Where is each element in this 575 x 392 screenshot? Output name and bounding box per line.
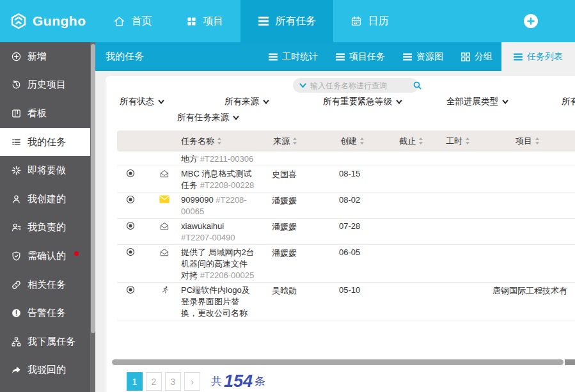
sidebar-item-upcoming[interactable]: 即将要做 <box>0 156 90 185</box>
sort-icon <box>418 137 423 145</box>
sort-icon <box>359 137 365 145</box>
source-cell: 潘媛媛 <box>272 221 297 233</box>
sidebar-item-history-projects[interactable]: 历史项目 <box>0 71 90 100</box>
column-header-hours[interactable]: 工时 <box>446 130 470 152</box>
sidebar-item-label: 告警任务 <box>28 307 66 319</box>
task-name-cell[interactable]: MBC 消息格式测试任务 #T2208-00228 <box>181 168 255 191</box>
table-header: 任务名称 来源 创建 截止 <box>117 130 575 152</box>
tab-task-list[interactable]: 任务列表 <box>501 42 575 71</box>
app-logo[interactable]: Gungho <box>0 0 92 42</box>
filter-label: 所有 <box>562 96 575 107</box>
filter-source[interactable]: 所有来源 <box>224 96 269 107</box>
task-name-cell[interactable]: PC端软件内logo及登录界面图片替换，更改公司名称 <box>181 285 255 319</box>
sort-icon <box>292 137 297 145</box>
source-cell: 潘媛媛 <box>272 195 297 207</box>
sidebar-item-new[interactable]: 新增 <box>0 42 90 71</box>
total-count: 共 154 条 <box>211 372 265 391</box>
task-id: #T2207-00490 <box>181 233 235 242</box>
radio-status-icon[interactable] <box>126 247 135 256</box>
sidebar-item-my-tasks[interactable]: 我的任务 <box>0 128 90 157</box>
sidebar-item-subordinate-tasks[interactable]: 我下属任务 <box>0 327 90 356</box>
sidebar-item-label: 新增 <box>28 51 47 63</box>
sidebar-item-created-by-me[interactable]: 我创建的 <box>0 185 90 214</box>
left-sidebar: 新增 历史项目 看板 <box>0 42 90 392</box>
task-name-cell[interactable]: 9099090 #T2208-00065 <box>181 194 255 217</box>
column-header-created[interactable]: 创建 <box>340 130 365 152</box>
runner-icon <box>161 285 169 295</box>
tab-grouping[interactable]: 分组 <box>452 42 501 71</box>
total-prefix: 共 <box>211 374 222 389</box>
table-row[interactable]: MBC 消息格式测试任务 #T2208-00228 史国喜 08-15 <box>117 166 575 192</box>
search-icon[interactable] <box>413 81 421 90</box>
column-header-due[interactable]: 截止 <box>399 130 423 152</box>
hamburger-icon <box>336 53 345 61</box>
table-row[interactable]: 提供了 局域网内2台机器间的高速文件对拷 #T2206-00025 潘媛媛 06… <box>117 245 575 283</box>
filter-label: 所有任务来源 <box>177 112 229 123</box>
table-row[interactable]: 地方 #T2211-00306 <box>117 152 575 166</box>
filter-progress-type[interactable]: 全部进展类型 <box>446 96 508 107</box>
radio-status-icon[interactable] <box>126 285 135 294</box>
task-name-cell[interactable]: 提供了 局域网内2台机器间的高速文件对拷 #T2206-00025 <box>181 247 255 281</box>
task-search-bar <box>293 78 418 93</box>
hamburger-icon <box>514 53 523 61</box>
sidebar-item-related-tasks[interactable]: 相关任务 <box>0 270 90 299</box>
filter-status[interactable]: 所有状态 <box>120 96 164 107</box>
table-row[interactable]: 9099090 #T2208-00065 潘媛媛 08-02 <box>117 192 575 219</box>
chevron-down-icon <box>263 100 269 104</box>
sidebar-item-rejected-by-me[interactable]: 我驳回的 <box>0 356 90 385</box>
add-button[interactable] <box>524 14 538 28</box>
plus-circle-icon <box>11 51 22 62</box>
nav-item-all-tasks[interactable]: 所有任务 <box>240 0 333 42</box>
radio-status-icon[interactable] <box>126 221 135 230</box>
filter-priority[interactable]: 所有重要紧急等级 <box>323 96 402 107</box>
source-cell: 史国喜 <box>272 169 297 180</box>
sidebar-item-kanban[interactable]: 看板 <box>0 99 90 128</box>
task-name-cell[interactable]: xiawukaihui #T2207-00490 <box>181 221 255 244</box>
sidebar-item-label: 即将要做 <box>28 164 66 176</box>
column-header-source[interactable]: 来源 <box>273 130 297 152</box>
page-button-3[interactable]: 3 <box>165 372 181 391</box>
filter-task-source[interactable]: 所有任务来源 <box>177 112 239 123</box>
radio-status-icon[interactable] <box>126 169 135 178</box>
tab-label: 工时统计 <box>282 51 318 63</box>
chevron-down-icon[interactable] <box>299 83 306 88</box>
radio-status-icon[interactable] <box>126 195 135 204</box>
tab-hours-stats[interactable]: 工时统计 <box>260 42 327 71</box>
filter-cutoff[interactable]: 所有 <box>562 96 575 107</box>
nav-label: 项目 <box>203 15 223 28</box>
home-icon <box>113 15 125 27</box>
tab-project-tasks[interactable]: 项目任务 <box>327 42 394 71</box>
page-button-2[interactable]: 2 <box>146 372 162 391</box>
nav-item-home[interactable]: 首页 <box>96 0 169 42</box>
sidebar-item-needs-confirmation[interactable]: 需确认的 <box>0 242 90 270</box>
hamburger-icon <box>269 53 278 61</box>
column-header-task-name[interactable]: 任务名称 <box>181 130 222 152</box>
nav-item-projects[interactable]: 项目 <box>169 0 240 42</box>
task-name-cell[interactable]: 地方 #T2211-00306 <box>181 153 255 165</box>
table-row[interactable]: PC端软件内logo及登录界面图片替换，更改公司名称 吴晗勋 05-10 唐钢国… <box>117 283 575 320</box>
sidebar-scrollbar[interactable] <box>90 42 95 392</box>
task-id: #T2206-00025 <box>200 270 255 280</box>
column-header-project[interactable]: 项目 <box>516 130 540 152</box>
task-id: #T2211-00306 <box>200 154 254 164</box>
created-cell: 05-10 <box>339 285 360 295</box>
nav-item-calendar[interactable]: 日历 <box>333 0 406 42</box>
horizontal-scrollbar[interactable] <box>112 359 575 365</box>
search-input[interactable] <box>310 81 409 90</box>
next-page-button[interactable]: › <box>184 372 200 391</box>
top-navigation-bar: Gungho 首页 项目 <box>0 0 575 42</box>
sidebar-item-label: 看板 <box>28 107 47 120</box>
unconfirmed-badge-dot <box>74 251 79 256</box>
task-list-icon <box>258 16 269 26</box>
content-area: 所有状态 所有来源 所有重要紧急等级 全部进展类型 所有 <box>95 71 575 392</box>
page-button-1[interactable]: 1 <box>127 372 143 391</box>
tab-resource-map[interactable]: 资源图 <box>394 42 452 71</box>
table-row[interactable]: xiawukaihui #T2207-00490 潘媛媛 07-28 <box>117 219 575 245</box>
nav-label: 日历 <box>368 15 388 28</box>
app-name: Gungho <box>33 13 86 29</box>
sidebar-scrollbar-thumb[interactable] <box>91 44 95 333</box>
filter-label: 全部进展类型 <box>446 96 498 107</box>
sidebar-item-owned-by-me[interactable]: 我负责的 <box>0 214 90 242</box>
horizontal-scrollbar-thumb[interactable] <box>112 359 563 365</box>
sidebar-item-alert-tasks[interactable]: 告警任务 <box>0 299 90 327</box>
